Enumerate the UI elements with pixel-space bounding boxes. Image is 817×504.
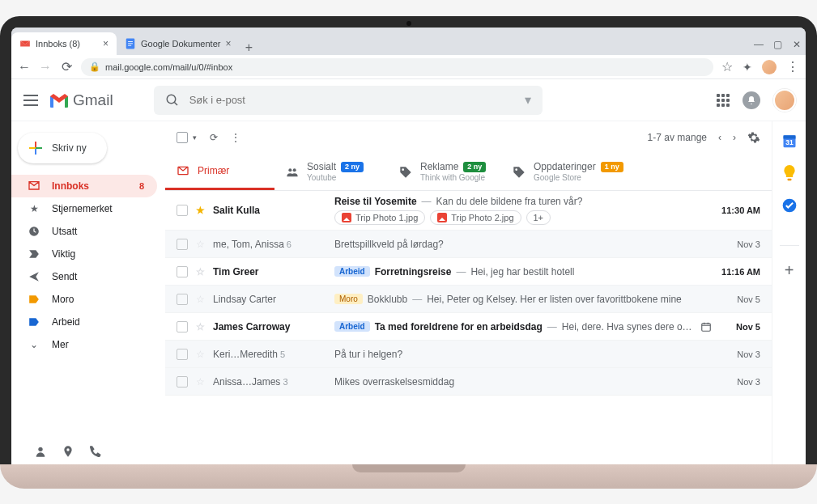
gmail-logo-icon [49,93,68,108]
menu-icon[interactable] [21,95,40,106]
row-checkbox[interactable] [177,266,188,277]
notifications-icon[interactable] [743,91,760,109]
svg-rect-1 [128,41,133,42]
row-checkbox[interactable] [177,205,188,216]
label-icon [28,294,40,304]
prev-icon[interactable]: ‹ [718,132,721,143]
mail-row[interactable]: ☆Tim GreerArbeidForretningsreise—Hei, je… [165,258,772,286]
snippet: Kan du dele bildene fra turen vår? [436,196,583,207]
star-icon[interactable]: ☆ [196,239,205,250]
person-icon[interactable] [34,445,47,458]
folder-label: Viktig [52,248,75,260]
gmail-logo[interactable]: Gmail [49,91,113,109]
mail-row[interactable]: ☆Lindsay CarterMoroBokklubb—Hei, Peter o… [165,286,772,313]
compose-button[interactable]: Skriv ny [18,133,107,163]
tasks-icon[interactable] [781,197,798,214]
add-icon[interactable]: + [781,262,798,278]
new-tab-button[interactable]: + [239,40,258,55]
star-icon[interactable]: ☆ [196,376,205,388]
subject-area: ArbeidForretningsreise—Hei, jeg har best… [334,261,712,282]
settings-icon[interactable] [747,131,760,144]
folder-starred[interactable]: ★ Stjernemerket [11,197,157,220]
minimize-icon[interactable]: — [754,39,762,50]
gmail-favicon [19,38,31,49]
star-icon[interactable]: ☆ [196,266,205,277]
svg-point-10 [38,447,42,451]
dropdown-icon[interactable]: ▾ [193,133,197,142]
kebab-icon[interactable]: ⋮ [786,59,799,74]
label-tag: Moro [334,294,363,304]
mail-row[interactable]: ☆Anissa…James3Mikes overraskelsesmiddagN… [165,368,772,396]
search-input[interactable] [189,94,515,106]
inbox-icon [28,180,40,193]
attachment-more[interactable]: 1+ [526,210,551,225]
svg-point-16 [515,168,517,171]
row-checkbox[interactable] [177,349,188,360]
category-tabs: Primær Sosialt 2 ny Youtube [165,154,772,191]
star-icon[interactable]: ☆ [196,349,205,360]
reload-icon[interactable]: ⟳ [60,59,73,74]
subject: På tur i helgen? [334,349,402,360]
star-icon[interactable]: ☆ [196,294,205,305]
search-bar[interactable]: ▾ [154,86,543,115]
browser-tab[interactable]: Google Dokumenter × [117,32,239,55]
maximize-icon[interactable]: ▢ [773,39,781,50]
tab-primary[interactable]: Primær [165,154,274,190]
url-field[interactable]: 🔒 mail.google.com/mail/u/0/#inbox [81,58,713,76]
next-icon[interactable]: › [733,132,736,143]
attachment-chip[interactable]: Trip Photo 1.jpg [334,210,425,225]
close-icon[interactable]: × [225,38,231,49]
location-icon[interactable] [62,445,74,458]
keep-icon[interactable] [781,165,798,181]
dropdown-icon[interactable]: ▾ [525,92,531,108]
label-tag: Arbeid [334,321,370,332]
row-checkbox[interactable] [177,321,188,332]
folder-important[interactable]: Viktig [11,243,157,265]
mail-row[interactable]: ☆Keri…Meredith5På tur i helgen?Nov 3 [165,341,772,368]
svg-rect-17 [702,323,711,330]
mail-row[interactable]: ☆James CarrowayArbeidTa med foreldrene f… [165,313,772,341]
folder-more[interactable]: ⌄ Mer [11,333,157,356]
row-checkbox[interactable] [177,294,188,305]
refresh-icon[interactable]: ⟳ [210,132,218,143]
star-icon[interactable]: ★ [196,205,205,216]
folder-label: Mer [52,339,69,350]
folder-inbox[interactable]: Innboks 8 [11,175,157,197]
close-icon[interactable]: ✕ [793,39,801,50]
sender: Anissa…James3 [213,376,326,388]
close-icon[interactable]: × [103,38,109,49]
folder-work[interactable]: Arbeid [11,311,157,333]
subject-area: ArbeidTa med foreldrene for en arbeidsda… [334,316,692,337]
attachment-chip[interactable]: Trip Photo 2.jpg [430,210,521,225]
tab-title: Google Dokumenter [141,39,220,49]
subject: Reise til Yosemite [334,196,417,207]
folder-snoozed[interactable]: Utsatt [11,220,157,243]
browser-tab-active[interactable]: Innboks (8) × [11,32,117,55]
star-icon[interactable]: ☆ [721,59,733,74]
phone-icon[interactable] [89,445,102,458]
more-icon[interactable]: ⋮ [231,132,240,143]
plus-icon [29,142,42,155]
mail-row[interactable]: ★Salit KullaReise til Yosemite—Kan du de… [165,191,772,231]
row-checkbox[interactable] [177,376,188,388]
back-icon[interactable]: ← [18,60,31,74]
folder-count: 8 [139,181,144,191]
extension-icon[interactable]: ✦ [743,61,752,74]
tab-social[interactable]: Sosialt 2 ny Youtube [274,154,388,190]
row-checkbox[interactable] [177,239,188,250]
mail-row[interactable]: ☆me, Tom, Anissa6Brettspillkveld på lørd… [165,231,772,258]
folder-sent[interactable]: Sendt [11,265,157,288]
forward-icon[interactable]: → [39,60,52,74]
profile-avatar[interactable] [762,60,777,74]
folder-fun[interactable]: Moro [11,288,157,311]
important-icon [28,249,40,259]
subject: Brettspillkveld på lørdag? [334,239,444,250]
apps-icon[interactable] [717,94,730,107]
select-all-checkbox[interactable] [177,132,188,143]
account-avatar[interactable] [773,89,796,112]
tab-updates[interactable]: Oppdateringer 1 ny Google Store [501,154,639,190]
svg-rect-4 [23,95,38,96]
calendar-icon[interactable]: 31 [781,133,798,149]
star-icon[interactable]: ☆ [196,321,205,332]
tab-promotions[interactable]: Reklame 2 ny Think with Google [388,154,501,190]
